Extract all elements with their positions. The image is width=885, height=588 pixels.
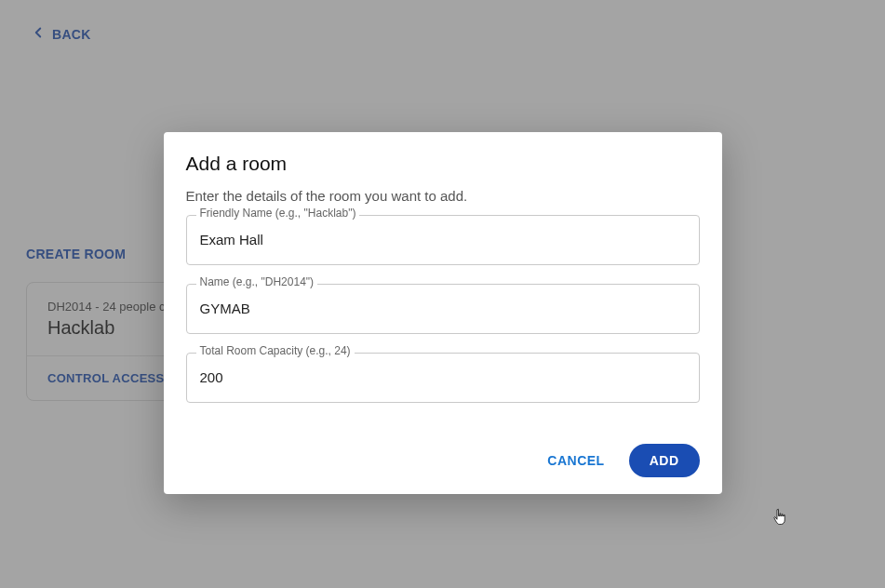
friendly-name-label: Friendly Name (e.g., "Hacklab")	[196, 207, 360, 219]
dialog-subtitle: Enter the details of the room you want t…	[186, 188, 700, 204]
friendly-name-field-wrapper: Friendly Name (e.g., "Hacklab")	[186, 215, 700, 265]
name-label: Name (e.g., "DH2014")	[196, 276, 318, 287]
capacity-field-wrapper: Total Room Capacity (e.g., 24)	[186, 353, 700, 403]
dialog-title: Add a room	[186, 153, 700, 175]
name-field-wrapper: Name (e.g., "DH2014")	[186, 284, 700, 334]
dialog-actions: CANCEL ADD	[186, 444, 700, 477]
capacity-input[interactable]	[186, 353, 700, 403]
modal-overlay[interactable]: Add a room Enter the details of the room…	[0, 0, 885, 588]
name-input[interactable]	[186, 284, 700, 334]
cancel-button[interactable]: CANCEL	[540, 446, 611, 475]
friendly-name-input[interactable]	[186, 215, 700, 265]
add-button[interactable]: ADD	[629, 444, 700, 477]
capacity-label: Total Room Capacity (e.g., 24)	[196, 345, 355, 356]
add-room-dialog: Add a room Enter the details of the room…	[164, 132, 722, 494]
